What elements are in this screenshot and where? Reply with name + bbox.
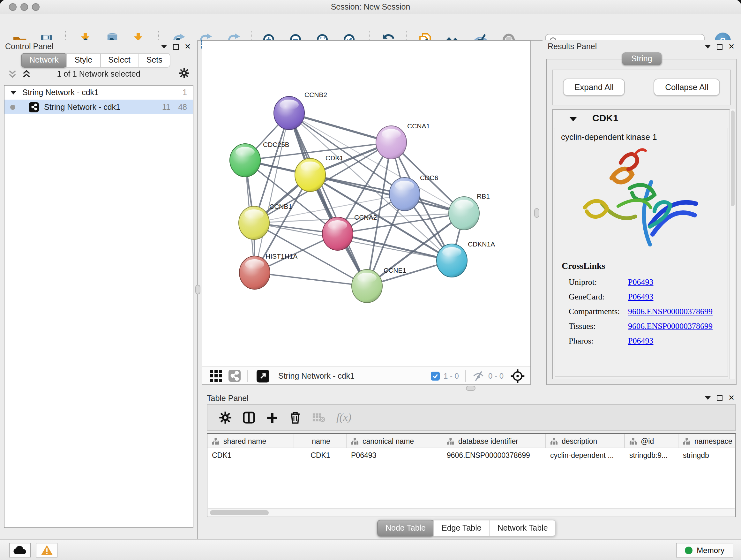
panel-float-icon[interactable] bbox=[173, 44, 179, 50]
delete-column-trash-icon[interactable] bbox=[289, 411, 301, 424]
close-window-button[interactable] bbox=[9, 3, 17, 11]
table-cell: P06493 bbox=[347, 448, 442, 463]
tab-sets[interactable]: Sets bbox=[138, 53, 171, 68]
birdseye-icon[interactable] bbox=[510, 368, 525, 383]
table-cell: CDK1 bbox=[207, 448, 294, 463]
network-selection-status: 1 of 1 Network selected bbox=[0, 70, 197, 78]
protein-description: cyclin-dependent kinase 1 bbox=[561, 132, 657, 142]
expand-all-button[interactable]: Expand All bbox=[563, 78, 625, 96]
node-CCNE1[interactable] bbox=[352, 269, 382, 303]
grid-view-icon[interactable] bbox=[210, 370, 222, 382]
table-header-row: shared namenamecanonical namedatabase id… bbox=[207, 434, 735, 448]
node-CCNA1[interactable] bbox=[376, 126, 407, 159]
tab-network-table[interactable]: Network Table bbox=[489, 520, 556, 537]
node-CDC25B[interactable] bbox=[230, 144, 260, 177]
expand-collapse-group: Expand All Collapse All bbox=[552, 70, 731, 105]
tab-select[interactable]: Select bbox=[100, 53, 139, 68]
table-panel-title: Table Panel bbox=[207, 394, 249, 403]
column-header-description[interactable]: description bbox=[546, 434, 625, 448]
gear-icon[interactable] bbox=[179, 68, 190, 78]
network-row-selected[interactable]: String Network - cdk1 11 48 bbox=[4, 100, 193, 114]
crosslink-link[interactable]: P06493 bbox=[628, 292, 653, 302]
tab-network[interactable]: Network bbox=[21, 53, 67, 68]
results-scrollbar[interactable] bbox=[730, 109, 735, 379]
memory-button[interactable]: Memory bbox=[676, 543, 733, 557]
edge-CCNB2-HIST1H1A[interactable] bbox=[255, 113, 289, 273]
panel-close-icon[interactable]: ✕ bbox=[185, 44, 191, 50]
network-canvas[interactable]: CCNB2CCNA1CDC25BCDK1CDC6RB1CCNB1CCNA2CDK… bbox=[202, 41, 529, 367]
panel-menu-caret-icon[interactable] bbox=[704, 45, 711, 49]
zoom-window-button[interactable] bbox=[32, 3, 40, 11]
tab-string[interactable]: String bbox=[622, 52, 662, 65]
table-cell: cyclin-dependent ... bbox=[546, 448, 625, 463]
horizontal-splitter-handle[interactable] bbox=[466, 386, 475, 391]
crosslink-label: Compartments: bbox=[569, 306, 628, 316]
node-CDK1[interactable] bbox=[295, 159, 326, 192]
window-title: Session: New Session bbox=[0, 0, 741, 14]
tab-edge-table[interactable]: Edge Table bbox=[433, 520, 490, 537]
section-collapse-caret-icon[interactable] bbox=[569, 117, 577, 121]
node-RB1[interactable] bbox=[449, 197, 479, 230]
node-CDC6[interactable] bbox=[389, 178, 420, 211]
column-header-namespace[interactable]: namespace bbox=[678, 434, 736, 448]
column-header-@id[interactable]: @id bbox=[625, 434, 678, 448]
node-CDKN1A[interactable] bbox=[436, 244, 467, 277]
crosslinks-list: Uniprot:P06493GeneCard:P06493Compartment… bbox=[569, 274, 724, 348]
crosslink-link[interactable]: 9606.ENSP00000378699 bbox=[628, 306, 713, 316]
panel-close-icon[interactable]: ✕ bbox=[728, 395, 735, 401]
left-splitter-handle[interactable] bbox=[195, 285, 200, 294]
node-label-CCNB2: CCNB2 bbox=[305, 91, 327, 98]
main-toolbar: ? bbox=[0, 14, 741, 41]
node-CCNB2[interactable] bbox=[274, 97, 305, 130]
edge-CCNB2-CCNE1[interactable] bbox=[289, 113, 367, 286]
collection-expand-caret-icon[interactable] bbox=[10, 91, 17, 95]
cloud-button[interactable] bbox=[9, 543, 30, 557]
select-columns-icon[interactable] bbox=[243, 411, 255, 424]
edge-HIST1H1A-CCNE1[interactable] bbox=[255, 273, 367, 286]
share-view-icon[interactable] bbox=[228, 370, 241, 382]
table-row[interactable]: CDK1CDK1P064939606.ENSP00000378699cyclin… bbox=[207, 448, 735, 463]
column-type-icon bbox=[447, 437, 455, 445]
table-cell: stringdb bbox=[678, 448, 736, 463]
minimize-window-button[interactable] bbox=[20, 3, 28, 11]
table-horizontal-scrollbar[interactable] bbox=[208, 508, 735, 516]
right-splitter-handle[interactable] bbox=[534, 208, 539, 218]
table-toolbar: f(x) bbox=[207, 404, 736, 431]
tab-node-table[interactable]: Node Table bbox=[377, 520, 434, 537]
column-header-database-identifier[interactable]: database identifier bbox=[442, 434, 546, 448]
node-HIST1H1A[interactable] bbox=[239, 256, 270, 289]
node-label-CDKN1A: CDKN1A bbox=[468, 240, 495, 248]
protein-structure-image bbox=[574, 145, 704, 257]
table-cell: CDK1 bbox=[294, 448, 347, 463]
crosslink-link[interactable]: 9606.ENSP00000378699 bbox=[628, 321, 713, 331]
crosslink-label: Uniprot: bbox=[569, 277, 628, 287]
cdk1-section: CDK1 cyclin-dependent kinase 1 bbox=[552, 109, 731, 379]
cdk1-section-header[interactable]: CDK1 bbox=[553, 110, 730, 128]
selected-checkbox-icon[interactable] bbox=[431, 371, 440, 380]
network-collection-row[interactable]: String Network - cdk1 1 bbox=[4, 85, 193, 100]
table-settings-gear-icon[interactable] bbox=[219, 411, 232, 424]
warnings-button[interactable] bbox=[36, 543, 57, 557]
crosslink-link[interactable]: P06493 bbox=[628, 277, 653, 287]
column-header-name[interactable]: name bbox=[294, 434, 347, 448]
panel-close-icon[interactable]: ✕ bbox=[728, 44, 735, 50]
column-type-icon bbox=[629, 437, 637, 445]
edge-CCNB2-CCNA1[interactable] bbox=[289, 113, 391, 142]
node-CCNB1[interactable] bbox=[239, 206, 269, 240]
panel-menu-caret-icon[interactable] bbox=[161, 45, 167, 49]
column-header-shared-name[interactable]: shared name bbox=[207, 434, 294, 448]
network-status-dot-icon bbox=[10, 105, 15, 110]
open-in-new-window-icon[interactable] bbox=[257, 369, 269, 382]
network-view-toolbar: String Network - cdk1 1 - 0 0 - 0 bbox=[202, 367, 530, 384]
panel-float-icon[interactable] bbox=[717, 395, 723, 401]
panel-float-icon[interactable] bbox=[717, 44, 723, 50]
column-header-canonical-name[interactable]: canonical name bbox=[347, 434, 442, 448]
tab-style[interactable]: Style bbox=[66, 53, 101, 68]
panel-menu-caret-icon[interactable] bbox=[704, 396, 711, 400]
crosslink-row: Tissues:9606.ENSP00000378699 bbox=[569, 319, 724, 333]
node-CCNA2[interactable] bbox=[322, 217, 353, 250]
crosslink-link[interactable]: P06493 bbox=[628, 335, 653, 346]
table-cell: 9606.ENSP00000378699 bbox=[442, 448, 546, 463]
collapse-all-button[interactable]: Collapse All bbox=[654, 78, 720, 96]
create-column-plus-icon[interactable] bbox=[266, 412, 278, 424]
